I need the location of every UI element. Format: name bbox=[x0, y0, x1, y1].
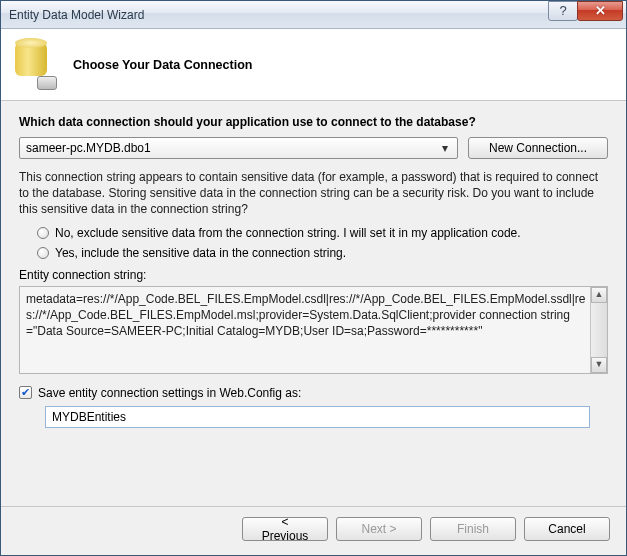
header-band: Choose Your Data Connection bbox=[1, 29, 626, 101]
previous-button[interactable]: < Previous bbox=[242, 517, 328, 541]
scrollbar[interactable]: ▲ ▼ bbox=[590, 287, 607, 373]
window-title: Entity Data Model Wizard bbox=[1, 8, 549, 22]
content-area: Which data connection should your applic… bbox=[1, 101, 626, 506]
connection-dropdown[interactable]: sameer-pc.MYDB.dbo1 ▾ bbox=[19, 137, 458, 159]
radio-exclude-sensitive[interactable]: No, exclude sensitive data from the conn… bbox=[37, 226, 608, 240]
connection-selected-value: sameer-pc.MYDB.dbo1 bbox=[26, 141, 151, 155]
connection-string-value: metadata=res://*/App_Code.BEL_FILES.EmpM… bbox=[26, 292, 586, 338]
help-button[interactable]: ? bbox=[548, 1, 578, 21]
settings-name-input[interactable] bbox=[45, 406, 590, 428]
save-settings-label: Save entity connection settings in Web.C… bbox=[38, 386, 301, 400]
scroll-up-icon[interactable]: ▲ bbox=[591, 287, 607, 303]
new-connection-button[interactable]: New Connection... bbox=[468, 137, 608, 159]
scroll-down-icon[interactable]: ▼ bbox=[591, 357, 607, 373]
check-icon: ✔ bbox=[21, 386, 30, 399]
footer-buttons: < Previous Next > Finish Cancel bbox=[1, 506, 626, 555]
sensitive-data-radio-group: No, exclude sensitive data from the conn… bbox=[37, 226, 608, 260]
next-button[interactable]: Next > bbox=[336, 517, 422, 541]
connection-string-wrap: metadata=res://*/App_Code.BEL_FILES.EmpM… bbox=[19, 286, 608, 374]
prompt-label: Which data connection should your applic… bbox=[19, 115, 608, 129]
finish-button[interactable]: Finish bbox=[430, 517, 516, 541]
save-settings-checkbox[interactable]: ✔ bbox=[19, 386, 32, 399]
cancel-button[interactable]: Cancel bbox=[524, 517, 610, 541]
radio-exclude-label: No, exclude sensitive data from the conn… bbox=[55, 226, 521, 240]
sensitive-data-explanation: This connection string appears to contai… bbox=[19, 169, 608, 218]
wizard-window: Entity Data Model Wizard ? ✕ Choose Your… bbox=[0, 0, 627, 556]
radio-include-sensitive[interactable]: Yes, include the sensitive data in the c… bbox=[37, 246, 608, 260]
radio-icon bbox=[37, 247, 49, 259]
titlebar-buttons: ? ✕ bbox=[549, 1, 623, 21]
radio-icon bbox=[37, 227, 49, 239]
radio-include-label: Yes, include the sensitive data in the c… bbox=[55, 246, 346, 260]
database-connection-icon bbox=[13, 40, 57, 90]
titlebar: Entity Data Model Wizard ? ✕ bbox=[1, 1, 626, 29]
close-icon: ✕ bbox=[595, 3, 606, 18]
save-settings-row: ✔ Save entity connection settings in Web… bbox=[19, 386, 608, 400]
connection-string-textbox[interactable]: metadata=res://*/App_Code.BEL_FILES.EmpM… bbox=[19, 286, 608, 374]
chevron-down-icon: ▾ bbox=[437, 141, 453, 155]
connection-row: sameer-pc.MYDB.dbo1 ▾ New Connection... bbox=[19, 137, 608, 159]
page-title: Choose Your Data Connection bbox=[73, 58, 252, 72]
connection-string-label: Entity connection string: bbox=[19, 268, 608, 282]
close-button[interactable]: ✕ bbox=[577, 1, 623, 21]
